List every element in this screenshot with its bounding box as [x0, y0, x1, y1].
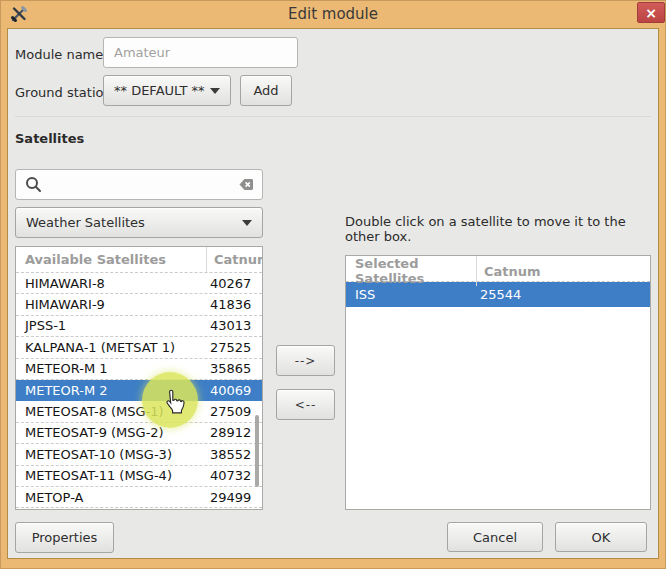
table-header: Available Satellites Catnum [16, 247, 262, 273]
table-row[interactable]: HIMAWARI-840267 [16, 273, 262, 294]
table-header: Selected Satellites Catnum [346, 256, 650, 282]
move-right-label: --> [295, 354, 317, 368]
clear-search-button[interactable] [233, 176, 255, 193]
table-body: ISS25544 [346, 282, 650, 307]
table-row[interactable]: METEOSAT-11 (MSG-4)40732 [16, 466, 262, 487]
column-header-available-satellites[interactable]: Available Satellites [16, 247, 206, 272]
column-header-catnum[interactable]: Catnum [206, 247, 263, 272]
satellite-catnum: 28912 [206, 425, 262, 440]
dialog-content: Module name Ground station ** DEFAULT **… [7, 28, 659, 559]
window-title: Edit module [0, 5, 666, 23]
close-button[interactable]: × [637, 2, 665, 23]
ground-station-select[interactable]: ** DEFAULT ** [103, 75, 231, 106]
satellite-catnum: 35865 [206, 361, 262, 376]
satellite-name: METEOSAT-11 (MSG-4) [16, 468, 206, 483]
move-left-button[interactable]: <-- [276, 389, 335, 420]
satellite-name: JPSS-1 [16, 318, 206, 333]
column-header-selected-satellites[interactable]: Selected Satellites [346, 256, 476, 286]
properties-button-label: Properties [32, 530, 98, 545]
table-row[interactable]: HIMAWARI-941836 [16, 294, 262, 315]
table-row[interactable]: METEOR-M 240069 [16, 380, 262, 401]
search-box [15, 169, 263, 200]
table-row[interactable]: METEOR-M 135865 [16, 359, 262, 380]
column-header-catnum[interactable]: Catnum [476, 256, 650, 286]
satellite-catnum: 43013 [206, 318, 262, 333]
satellites-heading: Satellites [15, 131, 84, 146]
satellite-catnum: 27509 [206, 404, 262, 419]
satellite-catnum: 29499 [206, 490, 262, 505]
table-row[interactable]: METEOSAT-8 (MSG-1)27509 [16, 401, 262, 422]
ground-station-value: ** DEFAULT ** [114, 83, 205, 98]
cancel-button[interactable]: Cancel [447, 522, 543, 552]
satellite-catnum: 25544 [476, 287, 650, 302]
table-row[interactable]: METEOSAT-10 (MSG-3)38552 [16, 444, 262, 465]
move-right-button[interactable]: --> [276, 345, 335, 376]
satellite-name: METEOSAT-8 (MSG-1) [16, 404, 206, 419]
caret-down-icon [242, 220, 252, 226]
ok-button-label: OK [592, 530, 611, 545]
satellite-name: METEOSAT-9 (MSG-2) [16, 425, 206, 440]
titlebar[interactable]: Edit module × [0, 0, 666, 28]
hint-text: Double click on a satellite to move it t… [345, 214, 651, 244]
add-button[interactable]: Add [240, 75, 292, 106]
table-row[interactable]: ISS25544 [346, 282, 650, 307]
close-icon: × [645, 6, 657, 20]
scrollbar[interactable] [255, 415, 259, 487]
satellite-name: ISS [346, 287, 476, 302]
satellite-category-select[interactable]: Weather Satellites [15, 207, 263, 238]
properties-button[interactable]: Properties [15, 522, 114, 553]
caret-down-icon [210, 88, 220, 94]
ground-station-label: Ground station [15, 85, 112, 100]
table-row[interactable]: JPSS-143013 [16, 316, 262, 337]
satellite-catnum: 27525 [206, 340, 262, 355]
satellite-catnum: 41836 [206, 297, 262, 312]
module-name-input[interactable] [103, 37, 298, 68]
satellite-name: KALPANA-1 (METSAT 1) [16, 340, 206, 355]
table-row[interactable]: METEOSAT-9 (MSG-2)28912 [16, 423, 262, 444]
table-row[interactable]: KALPANA-1 (METSAT 1)27525 [16, 337, 262, 358]
satellite-name: METEOSAT-10 (MSG-3) [16, 447, 206, 462]
satellite-name: METOP-A [16, 490, 206, 505]
ok-button[interactable]: OK [555, 522, 647, 552]
available-satellites-table: Available Satellites Catnum HIMAWARI-840… [15, 246, 263, 510]
add-button-label: Add [253, 83, 278, 98]
satellite-catnum: 40732 [206, 468, 262, 483]
satellite-category-value: Weather Satellites [26, 215, 145, 230]
separator [15, 116, 651, 117]
clear-icon [233, 181, 255, 196]
satellite-name: HIMAWARI-9 [16, 297, 206, 312]
module-name-label: Module name [15, 47, 103, 62]
search-input[interactable] [15, 169, 263, 200]
satellite-name: METEOR-M 2 [16, 383, 206, 398]
selected-satellites-table: Selected Satellites Catnum ISS25544 [345, 255, 651, 510]
cancel-button-label: Cancel [473, 530, 517, 545]
satellite-catnum: 40267 [206, 276, 262, 291]
move-left-label: <-- [295, 398, 317, 412]
edit-module-dialog: Edit module × Module name Ground station… [0, 0, 666, 569]
satellite-catnum: 38552 [206, 447, 262, 462]
table-body: HIMAWARI-840267HIMAWARI-941836JPSS-14301… [16, 273, 262, 508]
satellite-name: HIMAWARI-8 [16, 276, 206, 291]
table-row[interactable]: METOP-A29499 [16, 487, 262, 508]
satellite-name: METEOR-M 1 [16, 361, 206, 376]
satellite-catnum: 40069 [206, 383, 262, 398]
